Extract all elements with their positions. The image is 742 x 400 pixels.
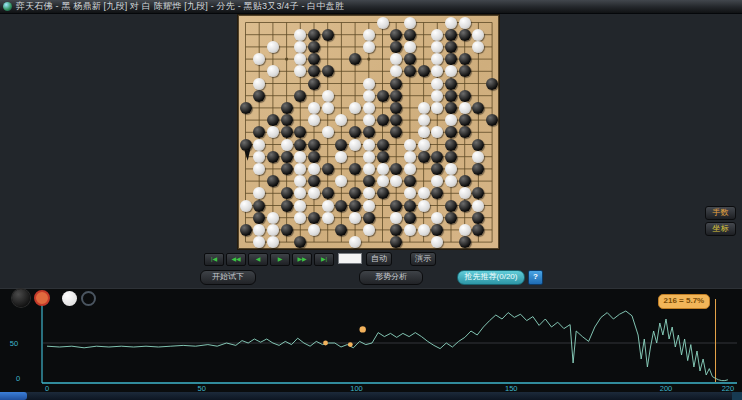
white-stone [431, 212, 443, 224]
black-stone [445, 212, 457, 224]
white-stone [267, 224, 279, 236]
white-stone [253, 139, 265, 151]
black-stone [349, 163, 361, 175]
white-stone [363, 114, 375, 126]
forward-button[interactable]: ▶ [270, 253, 290, 266]
demo-button[interactable]: 演示 [410, 252, 436, 266]
white-stone [363, 187, 375, 199]
white-stone [308, 163, 320, 175]
coordinates-label: 坐标 [713, 224, 729, 233]
black-stone [390, 29, 402, 41]
black-stone [281, 163, 293, 175]
white-stone [349, 212, 361, 224]
black-stone [459, 53, 471, 65]
black-stone [281, 224, 293, 236]
svg-text:50: 50 [10, 339, 18, 348]
white-stone [322, 212, 334, 224]
back-10-button[interactable]: ◀◀ [226, 253, 246, 266]
white-stone [253, 151, 265, 163]
black-stone [281, 114, 293, 126]
black-stone [445, 41, 457, 53]
white-stone [459, 187, 471, 199]
unselected-marker-toggle[interactable] [81, 291, 96, 306]
white-stone [404, 163, 416, 175]
black-stone [377, 114, 389, 126]
white-stone [418, 224, 430, 236]
white-stone [418, 200, 430, 212]
selected-marker-toggle[interactable] [34, 290, 50, 306]
move-number-input[interactable] [338, 253, 362, 264]
app-icon [3, 2, 12, 11]
white-stone [404, 139, 416, 151]
situation-analysis-button[interactable]: 形势分析 [359, 270, 423, 285]
white-stone-toggle[interactable] [62, 291, 77, 306]
last-move-button[interactable]: ▶| [314, 253, 334, 266]
black-stone [390, 200, 402, 212]
black-stone [281, 126, 293, 138]
black-stone [390, 102, 402, 114]
white-stone [349, 102, 361, 114]
black-stone [294, 90, 306, 102]
black-stone [349, 200, 361, 212]
white-stone [308, 224, 320, 236]
black-stone [445, 139, 457, 151]
black-stone [281, 187, 293, 199]
white-stone [459, 17, 471, 29]
white-stone [253, 224, 265, 236]
black-stone [472, 139, 484, 151]
coordinates-toggle[interactable]: 坐标 [705, 222, 736, 236]
white-stone [308, 114, 320, 126]
go-board[interactable] [237, 14, 500, 250]
white-stone [418, 187, 430, 199]
white-stone [377, 17, 389, 29]
black-stone [445, 90, 457, 102]
white-stone [404, 41, 416, 53]
black-stone [267, 175, 279, 187]
help-button[interactable]: ? [528, 270, 543, 285]
white-stone [308, 102, 320, 114]
black-stone [281, 200, 293, 212]
white-stone [404, 17, 416, 29]
move-numbers-toggle[interactable]: 手数 [705, 206, 736, 220]
black-stone [390, 90, 402, 102]
auto-play-button[interactable]: 自动 [366, 252, 392, 266]
black-stone [253, 200, 265, 212]
black-stone [377, 90, 389, 102]
title-bar[interactable]: 弈天石佛 - 黑 杨鼎新 [九段] 对 白 陈耀烨 [九段] - 分先 - 黑贴… [0, 0, 742, 14]
black-stone [445, 102, 457, 114]
black-stone [308, 53, 320, 65]
black-stone [445, 78, 457, 90]
back-button[interactable]: ◀ [248, 253, 268, 266]
black-stone [363, 126, 375, 138]
white-stone [418, 114, 430, 126]
white-stone [240, 200, 252, 212]
black-stone [390, 41, 402, 53]
white-stone [322, 200, 334, 212]
black-stone [308, 175, 320, 187]
black-stone [404, 200, 416, 212]
black-stone [431, 151, 443, 163]
priority-search-button[interactable]: 抢先推荐(0/20) [457, 270, 525, 285]
white-stone [349, 139, 361, 151]
first-move-button[interactable]: |◀ [204, 253, 224, 266]
white-stone [377, 175, 389, 187]
black-stone [404, 53, 416, 65]
black-stone [308, 29, 320, 41]
winrate-graph-panel[interactable]: 500050100150200220 216 = 5.7% [0, 288, 742, 393]
start-button[interactable] [0, 392, 27, 400]
forward-10-button[interactable]: ▶▶ [292, 253, 312, 266]
black-stone [459, 65, 471, 77]
winrate-chart[interactable]: 500050100150200220 [0, 289, 742, 393]
black-stone [390, 163, 402, 175]
white-stone [363, 139, 375, 151]
white-stone [294, 29, 306, 41]
black-stone [308, 78, 320, 90]
black-stone [240, 102, 252, 114]
black-stone-toggle[interactable] [12, 289, 30, 307]
start-trial-button[interactable]: 开始试下 [200, 270, 256, 285]
black-stone [404, 29, 416, 41]
black-stone [472, 212, 484, 224]
black-stone [459, 200, 471, 212]
white-stone [445, 17, 457, 29]
black-stone [377, 139, 389, 151]
